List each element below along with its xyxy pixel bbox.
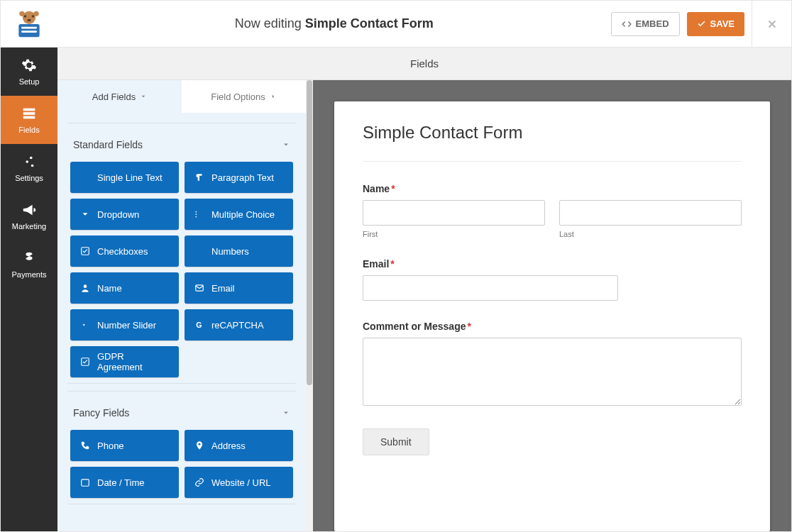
svg-point-13	[26, 160, 28, 163]
sidebar-label: Fields	[18, 126, 39, 134]
field-type-label: Number Slider	[97, 320, 156, 331]
panel-scrollbar[interactable]	[306, 80, 313, 531]
field-type-website-url[interactable]: Website / URL	[185, 467, 293, 498]
field-type-gdpr-agreement[interactable]: GDPR Agreement	[70, 346, 179, 377]
field-comment[interactable]: Comment or Message*	[363, 321, 742, 409]
sidebar-item-setup[interactable]: Setup	[1, 48, 57, 96]
field-type-date-time[interactable]: Date / Time	[70, 467, 179, 498]
submit-button[interactable]: Submit	[363, 428, 429, 455]
form-card: Simple Contact Form Name* First Last	[334, 101, 770, 531]
svg-point-21	[83, 324, 84, 326]
chevron-down-icon	[282, 140, 290, 149]
field-type-label: Name	[97, 283, 122, 294]
svg-point-14	[31, 165, 34, 167]
fields-panel: Add Fields Field Options Standard Fields	[57, 80, 306, 531]
sidebar-label: Settings	[15, 174, 43, 182]
field-type-label: Checkboxes	[97, 246, 148, 257]
wpforms-logo-icon	[13, 9, 45, 40]
tab-label: Field Options	[211, 92, 265, 102]
divider	[363, 161, 742, 162]
svg-rect-9	[23, 109, 35, 111]
check-icon	[697, 19, 706, 28]
top-bar: Now editing Simple Contact Form EMBED SA…	[1, 1, 791, 48]
chevron-down-icon	[140, 93, 147, 100]
svg-point-16	[195, 214, 197, 215]
tab-add-fields[interactable]: Add Fields	[57, 80, 182, 113]
pin-icon	[194, 440, 204, 450]
required-mark: *	[467, 321, 471, 332]
sidebar-item-fields[interactable]: Fields	[1, 96, 57, 144]
svg-point-15	[195, 211, 197, 213]
sidebar-item-payments[interactable]: Payments	[1, 240, 57, 289]
editing-title: Now editing Simple Contact Form	[57, 16, 611, 31]
field-label: Name*	[363, 183, 742, 194]
sidebar-item-settings[interactable]: Settings	[1, 144, 57, 192]
embed-button[interactable]: EMBED	[611, 12, 680, 36]
svg-point-24	[199, 443, 201, 445]
sidebar-label: Marketing	[12, 222, 46, 231]
svg-point-2	[32, 15, 35, 18]
field-type-phone[interactable]: Phone	[70, 430, 179, 461]
sidebar-item-marketing[interactable]: Marketing	[1, 192, 57, 240]
chevron-right-icon	[270, 93, 277, 100]
field-type-label: Address	[211, 440, 246, 451]
field-type-dropdown[interactable]: Dropdown	[70, 199, 179, 230]
check-icon	[80, 357, 90, 367]
comment-textarea[interactable]	[363, 338, 742, 406]
field-type-single-line-text[interactable]: Single Line Text	[70, 162, 179, 193]
tab-field-options[interactable]: Field Options	[182, 80, 306, 113]
svg-point-17	[195, 216, 197, 218]
standard-fields-toggle[interactable]: Standard Fields	[70, 133, 293, 162]
section-title: Fancy Fields	[73, 407, 129, 419]
dollar-icon	[21, 250, 37, 266]
field-label: Comment or Message*	[363, 321, 742, 332]
hash-icon	[194, 246, 204, 256]
svg-point-19	[84, 284, 87, 288]
svg-point-5	[33, 11, 38, 16]
main-sidebar: Setup Fields Settings Marketing Payments	[1, 48, 57, 531]
top-actions: EMBED SAVE	[611, 1, 791, 48]
field-type-number-slider[interactable]: Number Slider	[70, 309, 179, 340]
svg-point-12	[30, 157, 33, 160]
svg-point-3	[27, 18, 31, 21]
phone-icon	[80, 440, 90, 450]
field-type-label: Multiple Choice	[211, 209, 275, 220]
field-type-numbers[interactable]: Numbers	[185, 235, 293, 267]
mail-icon	[194, 283, 204, 293]
user-icon	[80, 283, 90, 293]
field-type-label: Phone	[97, 440, 124, 451]
field-type-name[interactable]: Name	[70, 272, 179, 304]
form-icon	[21, 106, 37, 121]
editing-form-name: Simple Contact Form	[305, 16, 434, 31]
field-type-address[interactable]: Address	[185, 430, 293, 461]
field-type-label: Numbers	[211, 246, 249, 257]
last-name-input[interactable]	[559, 200, 742, 226]
field-type-recaptcha[interactable]: GreCAPTCHA	[185, 309, 293, 340]
chevron-down-icon	[282, 409, 290, 417]
code-icon	[622, 19, 632, 29]
section-title: Standard Fields	[73, 139, 143, 150]
field-type-label: Dropdown	[97, 209, 139, 220]
svg-point-1	[24, 15, 27, 18]
field-email[interactable]: Email*	[363, 258, 742, 301]
field-type-paragraph-text[interactable]: Paragraph Text	[185, 162, 293, 193]
email-input[interactable]	[363, 275, 618, 301]
link-icon	[194, 477, 204, 487]
field-name[interactable]: Name* First Last	[363, 183, 742, 238]
page-title: Fields	[57, 48, 791, 80]
field-type-checkboxes[interactable]: Checkboxes	[70, 235, 179, 267]
svg-point-0	[23, 11, 35, 23]
fancy-fields-toggle[interactable]: Fancy Fields	[70, 401, 293, 430]
first-sublabel: First	[363, 230, 545, 238]
svg-text:G: G	[196, 321, 202, 329]
app-logo	[1, 9, 57, 40]
svg-rect-8	[21, 31, 37, 33]
para-icon	[194, 172, 204, 182]
field-type-email[interactable]: Email	[185, 272, 293, 304]
save-button[interactable]: SAVE	[687, 12, 744, 36]
embed-label: EMBED	[636, 18, 669, 29]
tab-label: Add Fields	[92, 92, 136, 102]
close-button[interactable]	[752, 1, 791, 48]
field-type-multiple-choice[interactable]: Multiple Choice	[185, 199, 293, 230]
first-name-input[interactable]	[363, 200, 545, 226]
